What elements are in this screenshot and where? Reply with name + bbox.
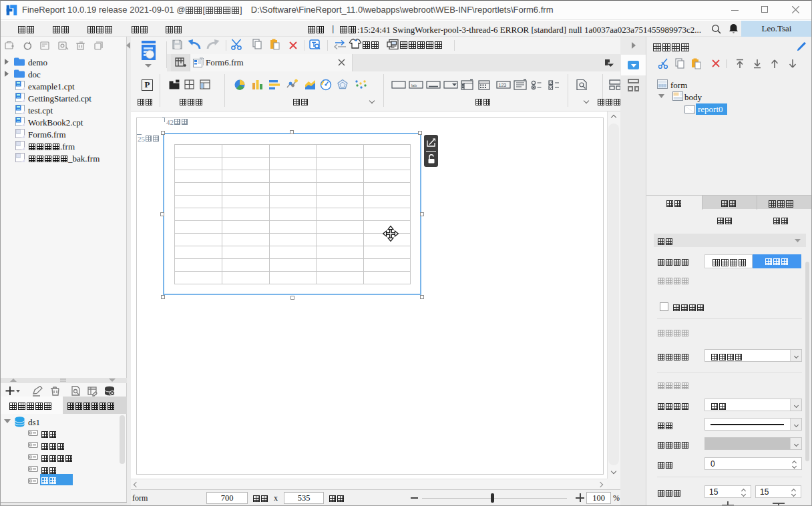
svg-text:123: 123	[499, 83, 507, 87]
svg-text:lab: lab	[411, 83, 417, 87]
